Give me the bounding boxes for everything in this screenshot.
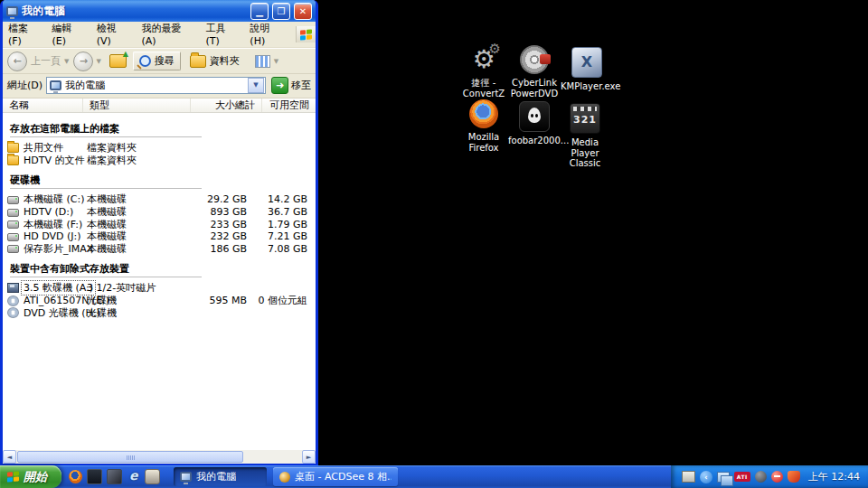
taskbar-button[interactable]: 桌面 - ACDSee 8 相...: [273, 467, 398, 486]
column-header-total-size[interactable]: 大小總計: [191, 99, 262, 112]
taskbar-buttons: 我的電腦桌面 - ACDSee 8 相...: [168, 465, 671, 488]
desktop-icon-foobar[interactable]: foobar2000...: [508, 101, 561, 146]
taskbar-button-label: 桌面 - ACDSee 8 相...: [295, 470, 392, 483]
language-bar-icon[interactable]: [682, 471, 695, 483]
item-free-space: 7.21 GB: [247, 230, 316, 242]
desktop-icon-mpc[interactable]: Media PlayerClassic: [559, 103, 611, 169]
file-row[interactable]: DVD 光碟機 (H:)光碟機: [3, 306, 316, 319]
file-row[interactable]: 3.5 軟碟機 (A:)3 1/2-英吋磁片: [3, 282, 316, 295]
file-row[interactable]: 本機磁碟 (C:)本機磁碟29.2 GB14.2 GB: [3, 193, 316, 206]
start-button[interactable]: 開始: [0, 465, 61, 488]
folders-icon: [190, 55, 206, 68]
menu-file[interactable]: 檔案(F): [8, 22, 41, 47]
folders-label: 資料夾: [210, 54, 240, 68]
file-row[interactable]: HDTV 的文件檔案資料夾: [3, 155, 316, 167]
address-label: 網址(D): [7, 79, 42, 92]
forward-button[interactable]: →: [73, 52, 93, 71]
item-name: 本機磁碟 (C:): [22, 192, 86, 206]
group-title: 硬碟機: [10, 174, 40, 186]
file-row[interactable]: 共用文件檔案資料夾: [3, 142, 316, 155]
column-headers: 名稱類型大小總計可用空間: [3, 99, 316, 113]
file-row[interactable]: 保存影片_IMAX ...本機磁碟186 GB7.08 GB: [3, 243, 316, 256]
column-header-name[interactable]: 名稱: [3, 99, 83, 112]
disk-icon: [7, 209, 19, 217]
desktop-icon-label: CyberLink: [508, 78, 561, 89]
back-label: 上一頁: [31, 54, 61, 68]
file-row[interactable]: HD DVD (J:)本機磁碟232 GB7.21 GB: [3, 230, 316, 243]
item-name-cell: HDTV 的文件: [3, 154, 82, 167]
file-row[interactable]: ATI_061507N (E:)光碟機595 MB0 個位元組: [3, 295, 316, 307]
item-total-size: 232 GB: [182, 230, 247, 242]
search-icon: [139, 55, 151, 67]
column-header-free-space[interactable]: 可用空間: [262, 99, 316, 112]
views-button[interactable]: ▼: [249, 52, 287, 70]
scrollbar-thumb[interactable]: [17, 451, 243, 463]
messenger-icon[interactable]: [788, 471, 800, 483]
item-total-size: 233 GB: [182, 219, 247, 230]
quick-launch-bar: [67, 465, 168, 488]
disk-icon: [7, 245, 19, 253]
taskbar-clock[interactable]: 上午 12:44: [808, 470, 860, 483]
address-input[interactable]: 我的電腦 ▼: [46, 77, 266, 94]
group-title: 裝置中含有卸除式存放裝置: [10, 263, 129, 275]
window-title: 我的電腦: [22, 4, 247, 19]
horizontal-scrollbar[interactable]: ◄ ►: [3, 450, 316, 464]
file-list: 存放在這部電腦上的檔案共用文件檔案資料夾HDTV 的文件檔案資料夾硬碟機本機磁碟…: [3, 113, 316, 450]
desktop-icon-label: KMPlayer.exe: [561, 81, 613, 92]
file-row[interactable]: HDTV (D:)本機磁碟893 GB36.7 GB: [3, 206, 316, 219]
menu-edit[interactable]: 編輯(E): [52, 22, 85, 47]
item-total-size: 893 GB: [182, 206, 247, 218]
menu-favorites[interactable]: 我的最愛(A): [141, 22, 193, 47]
menu-view[interactable]: 檢視(V): [97, 22, 130, 47]
media-player-icon[interactable]: [145, 469, 160, 484]
desktop-icon-label: 捷徑 -: [458, 78, 510, 89]
up-folder-button[interactable]: [109, 54, 127, 68]
back-dropdown-icon[interactable]: ▼: [64, 58, 69, 65]
column-header-type[interactable]: 類型: [83, 99, 191, 112]
menu-tools[interactable]: 工具(T): [205, 22, 238, 47]
maximize-button[interactable]: ❐: [272, 3, 290, 20]
taskbar-button[interactable]: 我的電腦: [174, 467, 267, 486]
item-name-cell: ATI_061507N (E:): [3, 295, 82, 306]
close-button[interactable]: ✕: [294, 3, 312, 20]
desktop-icon-label: Mozilla: [458, 132, 510, 143]
group-title: 存放在這部電腦上的檔案: [10, 123, 119, 135]
show-desktop-icon[interactable]: [107, 469, 122, 484]
item-type: 檔案資料夾: [82, 154, 182, 167]
hide-icons-chevron[interactable]: ‹: [700, 471, 712, 483]
item-name-cell: 本機磁碟 (C:): [3, 192, 82, 206]
title-bar[interactable]: 我的電腦 ▁ ❐ ✕: [3, 0, 316, 22]
menu-help[interactable]: 說明(H): [250, 22, 283, 47]
item-name-cell: 本機磁碟 (F:): [3, 218, 82, 231]
file-row[interactable]: 本機磁碟 (F:)本機磁碟233 GB1.79 GB: [3, 218, 316, 230]
go-label: 移至: [291, 79, 311, 92]
back-button[interactable]: ←: [7, 52, 27, 71]
search-button[interactable]: 搜尋: [133, 52, 181, 70]
folders-button[interactable]: 資料夾: [184, 52, 246, 70]
item-name: HDTV 的文件: [22, 154, 86, 167]
address-dropdown-button[interactable]: ▼: [248, 78, 264, 93]
go-button[interactable]: ➜ 移至: [269, 77, 313, 94]
item-total-size: 29.2 GB: [182, 193, 247, 205]
scroll-right-button[interactable]: ►: [302, 450, 316, 464]
forward-dropdown-icon[interactable]: ▼: [96, 58, 100, 65]
desktop-icon-label: ConvertZ: [458, 89, 510, 99]
mpc-icon: [570, 103, 600, 134]
kmplayer-icon[interactable]: [87, 469, 102, 484]
utility-icon[interactable]: [755, 471, 767, 483]
desktop-icon-convertz[interactable]: 捷徑 -ConvertZ: [458, 45, 510, 99]
minimize-button[interactable]: ▁: [250, 3, 269, 20]
item-name-cell: 保存影片_IMAX ...: [3, 242, 82, 256]
scroll-left-button[interactable]: ◄: [3, 450, 16, 464]
network-icon[interactable]: [717, 472, 730, 483]
ati-icon[interactable]: ATI: [734, 472, 750, 482]
antivirus-icon[interactable]: [771, 471, 783, 483]
desktop-icon-powerdvd[interactable]: CyberLinkPowerDVD: [508, 45, 561, 99]
disk-icon: [7, 221, 19, 229]
internet-explorer-icon[interactable]: [127, 470, 140, 483]
firefox-icon[interactable]: [69, 470, 82, 483]
views-icon: [255, 55, 270, 68]
desktop-icon-firefox[interactable]: MozillaFirefox: [458, 99, 510, 153]
desktop-icon-kmplayer[interactable]: KMPlayer.exe: [561, 47, 613, 92]
foobar-icon: [519, 101, 550, 132]
